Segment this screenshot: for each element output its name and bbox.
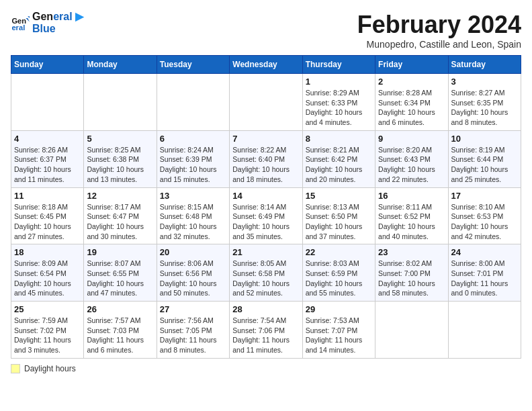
day-number: 22 [306, 247, 372, 257]
day-info: Sunrise: 8:02 AM Sunset: 7:00 PM Dayligh… [378, 259, 445, 298]
day-number: 8 [306, 134, 372, 144]
calendar-cell: 2Sunrise: 8:28 AM Sunset: 6:34 PM Daylig… [375, 74, 448, 131]
day-number: 24 [451, 247, 518, 257]
calendar-cell: 23Sunrise: 8:02 AM Sunset: 7:00 PM Dayli… [375, 244, 448, 302]
calendar-cell: 25Sunrise: 7:59 AM Sunset: 7:02 PM Dayli… [11, 302, 84, 359]
calendar-cell: 21Sunrise: 8:05 AM Sunset: 6:58 PM Dayli… [230, 244, 302, 302]
day-number: 12 [87, 191, 153, 201]
day-info: Sunrise: 8:18 AM Sunset: 6:45 PM Dayligh… [14, 202, 81, 242]
calendar-cell: 29Sunrise: 7:53 AM Sunset: 7:07 PM Dayli… [302, 302, 375, 359]
day-info: Sunrise: 8:09 AM Sunset: 6:54 PM Dayligh… [14, 259, 81, 298]
logo-line1: General ▶ [32, 11, 83, 23]
day-info: Sunrise: 8:28 AM Sunset: 6:34 PM Dayligh… [378, 88, 445, 128]
title-block: February 2024 Munopedro, Castille and Le… [357, 11, 521, 50]
calendar-cell: 27Sunrise: 7:56 AM Sunset: 7:05 PM Dayli… [157, 302, 229, 359]
day-info: Sunrise: 7:53 AM Sunset: 7:07 PM Dayligh… [306, 316, 372, 355]
day-number: 20 [160, 247, 226, 257]
day-info: Sunrise: 8:15 AM Sunset: 6:48 PM Dayligh… [160, 202, 226, 242]
calendar-header-row: SundayMondayTuesdayWednesdayThursdayFrid… [11, 56, 521, 74]
column-header-saturday: Saturday [448, 56, 521, 74]
day-number: 9 [378, 134, 445, 144]
day-number: 6 [160, 134, 226, 144]
month-title: February 2024 [357, 11, 521, 39]
logo-icon: Gen eral [11, 13, 30, 32]
calendar-cell: 20Sunrise: 8:06 AM Sunset: 6:56 PM Dayli… [157, 244, 229, 302]
calendar-cell: 8Sunrise: 8:21 AM Sunset: 6:42 PM Daylig… [302, 130, 375, 187]
location-subtitle: Munopedro, Castille and Leon, Spain [357, 39, 521, 50]
calendar-cell: 26Sunrise: 7:57 AM Sunset: 7:03 PM Dayli… [84, 302, 157, 359]
column-header-sunday: Sunday [11, 56, 84, 74]
day-number: 10 [451, 134, 518, 144]
calendar-cell [230, 74, 302, 131]
day-info: Sunrise: 7:57 AM Sunset: 7:03 PM Dayligh… [87, 316, 153, 355]
calendar-cell: 5Sunrise: 8:25 AM Sunset: 6:38 PM Daylig… [84, 130, 157, 187]
legend-box [11, 364, 20, 373]
day-info: Sunrise: 8:05 AM Sunset: 6:58 PM Dayligh… [232, 259, 299, 298]
day-info: Sunrise: 8:27 AM Sunset: 6:35 PM Dayligh… [451, 88, 518, 128]
calendar-week-row: 18Sunrise: 8:09 AM Sunset: 6:54 PM Dayli… [11, 244, 521, 302]
logo: Gen eral General ▶ Blue [11, 11, 83, 34]
day-number: 16 [378, 191, 445, 201]
legend: Daylight hours [11, 364, 521, 373]
svg-text:eral: eral [11, 24, 25, 32]
calendar-cell [375, 302, 448, 359]
day-info: Sunrise: 8:19 AM Sunset: 6:44 PM Dayligh… [451, 145, 518, 185]
day-number: 28 [232, 304, 299, 314]
calendar-cell [84, 74, 157, 131]
calendar-cell: 16Sunrise: 8:11 AM Sunset: 6:52 PM Dayli… [375, 187, 448, 244]
day-number: 19 [87, 247, 153, 257]
day-info: Sunrise: 8:03 AM Sunset: 6:59 PM Dayligh… [306, 259, 372, 298]
calendar-week-row: 1Sunrise: 8:29 AM Sunset: 6:33 PM Daylig… [11, 74, 521, 131]
day-info: Sunrise: 8:06 AM Sunset: 6:56 PM Dayligh… [160, 259, 226, 298]
day-info: Sunrise: 8:24 AM Sunset: 6:39 PM Dayligh… [160, 145, 226, 185]
calendar-cell: 9Sunrise: 8:20 AM Sunset: 6:43 PM Daylig… [375, 130, 448, 187]
calendar-cell: 12Sunrise: 8:17 AM Sunset: 6:47 PM Dayli… [84, 187, 157, 244]
day-number: 14 [232, 191, 299, 201]
calendar-cell [11, 74, 84, 131]
day-number: 11 [14, 191, 81, 201]
day-info: Sunrise: 7:54 AM Sunset: 7:06 PM Dayligh… [232, 316, 299, 355]
calendar-cell: 3Sunrise: 8:27 AM Sunset: 6:35 PM Daylig… [448, 74, 521, 131]
calendar-week-row: 25Sunrise: 7:59 AM Sunset: 7:02 PM Dayli… [11, 302, 521, 359]
calendar-cell: 4Sunrise: 8:26 AM Sunset: 6:37 PM Daylig… [11, 130, 84, 187]
calendar-cell [448, 302, 521, 359]
calendar-cell: 11Sunrise: 8:18 AM Sunset: 6:45 PM Dayli… [11, 187, 84, 244]
logo-line2: Blue [32, 23, 83, 35]
day-number: 21 [232, 247, 299, 257]
day-info: Sunrise: 8:10 AM Sunset: 6:53 PM Dayligh… [451, 202, 518, 242]
day-info: Sunrise: 7:59 AM Sunset: 7:02 PM Dayligh… [14, 316, 81, 355]
day-number: 15 [306, 191, 372, 201]
page-header: Gen eral General ▶ Blue February 2024 Mu… [11, 11, 521, 50]
calendar-week-row: 4Sunrise: 8:26 AM Sunset: 6:37 PM Daylig… [11, 130, 521, 187]
column-header-tuesday: Tuesday [157, 56, 229, 74]
calendar-cell: 6Sunrise: 8:24 AM Sunset: 6:39 PM Daylig… [157, 130, 229, 187]
day-info: Sunrise: 8:29 AM Sunset: 6:33 PM Dayligh… [306, 88, 372, 128]
day-number: 25 [14, 304, 81, 314]
day-number: 13 [160, 191, 226, 201]
calendar-week-row: 11Sunrise: 8:18 AM Sunset: 6:45 PM Dayli… [11, 187, 521, 244]
day-number: 1 [306, 77, 372, 87]
day-info: Sunrise: 8:14 AM Sunset: 6:49 PM Dayligh… [232, 202, 299, 242]
calendar-table: SundayMondayTuesdayWednesdayThursdayFrid… [11, 55, 521, 359]
day-number: 17 [451, 191, 518, 201]
column-header-wednesday: Wednesday [230, 56, 302, 74]
day-info: Sunrise: 8:22 AM Sunset: 6:40 PM Dayligh… [232, 145, 299, 185]
day-info: Sunrise: 8:25 AM Sunset: 6:38 PM Dayligh… [87, 145, 153, 185]
day-number: 23 [378, 247, 445, 257]
day-info: Sunrise: 8:17 AM Sunset: 6:47 PM Dayligh… [87, 202, 153, 242]
day-number: 26 [87, 304, 153, 314]
day-info: Sunrise: 8:07 AM Sunset: 6:55 PM Dayligh… [87, 259, 153, 298]
day-info: Sunrise: 8:00 AM Sunset: 7:01 PM Dayligh… [451, 259, 518, 298]
day-info: Sunrise: 8:21 AM Sunset: 6:42 PM Dayligh… [306, 145, 372, 185]
column-header-friday: Friday [375, 56, 448, 74]
calendar-cell [157, 74, 229, 131]
calendar-cell: 1Sunrise: 8:29 AM Sunset: 6:33 PM Daylig… [302, 74, 375, 131]
legend-label: Daylight hours [24, 364, 76, 373]
day-info: Sunrise: 8:13 AM Sunset: 6:50 PM Dayligh… [306, 202, 372, 242]
day-number: 2 [378, 77, 445, 87]
calendar-cell: 7Sunrise: 8:22 AM Sunset: 6:40 PM Daylig… [230, 130, 302, 187]
calendar-cell: 13Sunrise: 8:15 AM Sunset: 6:48 PM Dayli… [157, 187, 229, 244]
day-number: 7 [232, 134, 299, 144]
day-info: Sunrise: 8:20 AM Sunset: 6:43 PM Dayligh… [378, 145, 445, 185]
day-number: 5 [87, 134, 153, 144]
